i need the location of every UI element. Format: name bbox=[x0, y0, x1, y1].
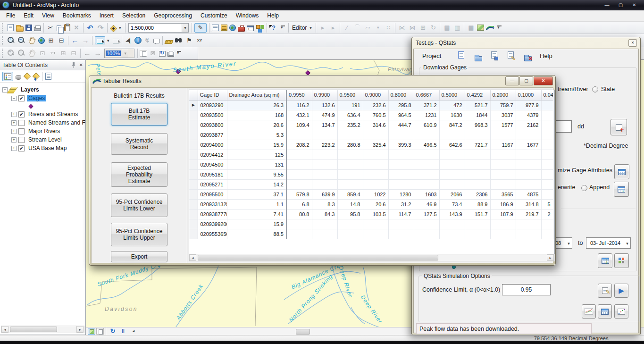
cell[interactable]: 0209553650 bbox=[198, 229, 227, 239]
cell[interactable] bbox=[312, 150, 337, 159]
cell[interactable] bbox=[439, 159, 465, 169]
save-icon[interactable] bbox=[25, 25, 32, 31]
toc-options-icon[interactable] bbox=[45, 73, 51, 80]
column-header[interactable]: 0.8000 bbox=[388, 90, 414, 100]
rotate-tool-icon[interactable] bbox=[429, 24, 437, 32]
frequency-plot-button[interactable] bbox=[582, 304, 596, 319]
row-selector[interactable] bbox=[189, 189, 198, 199]
cell[interactable] bbox=[516, 150, 541, 159]
full-extent-icon[interactable] bbox=[38, 37, 45, 44]
cell[interactable]: 636.4 bbox=[337, 110, 363, 120]
cell[interactable] bbox=[414, 229, 439, 239]
cell[interactable]: 88.5 bbox=[227, 229, 286, 239]
copy-icon[interactable] bbox=[57, 25, 61, 31]
cell[interactable] bbox=[337, 169, 363, 179]
cell[interactable]: 639.9 bbox=[312, 189, 337, 199]
cell[interactable]: 02094412 bbox=[198, 150, 227, 159]
edit-annotation-tool-icon[interactable] bbox=[329, 24, 337, 32]
cell[interactable]: 02095181 bbox=[198, 169, 227, 179]
toolbar-grip[interactable] bbox=[2, 49, 4, 58]
zoom-whole-page-icon[interactable] bbox=[38, 49, 47, 58]
attributes-window-icon[interactable] bbox=[443, 24, 451, 32]
row-selector[interactable] bbox=[189, 120, 198, 130]
cell[interactable]: 95.8 bbox=[337, 209, 363, 219]
table-row[interactable]: 02094412125 bbox=[189, 150, 553, 159]
cell[interactable] bbox=[541, 179, 553, 189]
cell[interactable] bbox=[541, 150, 553, 159]
cell[interactable]: 6.8 bbox=[286, 199, 312, 209]
cell[interactable] bbox=[439, 179, 465, 189]
cell[interactable]: 02094500 bbox=[198, 159, 227, 169]
dropdown-icon[interactable] bbox=[624, 240, 630, 246]
cell[interactable] bbox=[337, 159, 363, 169]
cell[interactable]: 610.9 bbox=[414, 120, 439, 130]
table-of-contents-window-icon[interactable] bbox=[212, 25, 219, 31]
cell[interactable] bbox=[312, 229, 337, 239]
cell[interactable] bbox=[541, 219, 553, 229]
cell[interactable]: 2 bbox=[541, 209, 553, 219]
menubar-item-insert[interactable]: Insert bbox=[95, 10, 118, 21]
expected-probability-button[interactable]: Expected Probability Estimate bbox=[111, 162, 167, 187]
layer-visibility-checkbox[interactable]: ✓ bbox=[18, 95, 25, 101]
layout-forward-icon[interactable] bbox=[93, 49, 102, 58]
cell[interactable] bbox=[439, 229, 465, 239]
column-header[interactable]: 0.9000 bbox=[363, 90, 388, 100]
expander-icon[interactable]: + bbox=[11, 146, 17, 151]
cell[interactable] bbox=[312, 130, 337, 140]
column-header[interactable]: 0.5000 bbox=[439, 90, 465, 100]
toc-close-icon[interactable]: ✕ bbox=[79, 62, 83, 67]
pause-drawing-icon[interactable] bbox=[119, 327, 127, 336]
cell[interactable]: 31.2 bbox=[388, 199, 414, 209]
cell[interactable] bbox=[541, 100, 553, 110]
menubar-item-customize[interactable]: Customize bbox=[196, 10, 232, 21]
zoom-in-icon[interactable]: + bbox=[7, 36, 16, 45]
dialog-minimize-button[interactable]: — bbox=[505, 76, 519, 85]
split-tool-icon[interactable] bbox=[418, 24, 427, 32]
trace-tool-icon[interactable] bbox=[363, 24, 372, 32]
layer-visibility-checkbox[interactable]: ✓ bbox=[18, 111, 25, 117]
column-header[interactable]: Drainage Area (sq mi) bbox=[227, 90, 286, 100]
cell[interactable]: 125 bbox=[227, 150, 286, 159]
create-features-window-icon[interactable] bbox=[477, 25, 484, 31]
toggle-draft-mode-icon[interactable] bbox=[140, 50, 147, 57]
cell[interactable] bbox=[363, 219, 388, 229]
cell[interactable] bbox=[286, 150, 312, 159]
cell[interactable] bbox=[363, 159, 388, 169]
dialog-close-button[interactable]: ✕ bbox=[534, 76, 553, 85]
cell[interactable] bbox=[465, 169, 490, 179]
cell[interactable]: 5.3 bbox=[227, 130, 286, 140]
cell[interactable]: 0209387778 bbox=[198, 209, 227, 219]
pin-icon[interactable] bbox=[71, 62, 76, 68]
bull-17b-estimate-button[interactable]: Bull.17B Estimate bbox=[111, 103, 167, 126]
open-project-icon[interactable] bbox=[475, 56, 482, 61]
layout-back-icon[interactable] bbox=[83, 49, 92, 58]
cell[interactable]: 2162 bbox=[516, 120, 541, 130]
cell[interactable]: 15.9 bbox=[227, 140, 286, 150]
cell[interactable]: 760.5 bbox=[363, 110, 388, 120]
data-view-button[interactable] bbox=[88, 328, 95, 335]
fixed-zoom-out-icon[interactable] bbox=[57, 36, 66, 45]
cell[interactable]: 114.7 bbox=[388, 209, 414, 219]
scrollbar-thumb[interactable] bbox=[198, 255, 438, 260]
row-selector[interactable] bbox=[189, 219, 198, 229]
cell[interactable] bbox=[286, 219, 312, 229]
layout-zoom-out-icon[interactable]: − bbox=[17, 49, 26, 58]
menubar-item-edit[interactable]: Edit bbox=[19, 10, 38, 21]
layer-label[interactable]: Gages bbox=[27, 95, 46, 101]
cell[interactable]: 4875 bbox=[516, 189, 541, 199]
edit-simulation-options-button[interactable] bbox=[598, 284, 612, 298]
layer-label[interactable]: Stream Level bbox=[27, 136, 63, 143]
cell[interactable] bbox=[312, 179, 337, 189]
confidence-upper-button[interactable]: 95-Pct Confidence Limits Upper bbox=[111, 223, 167, 246]
zoom-out-icon[interactable]: − bbox=[17, 36, 26, 45]
plot-gages-button[interactable] bbox=[614, 253, 629, 268]
row-selector[interactable] bbox=[189, 110, 198, 120]
row-selector[interactable] bbox=[189, 169, 198, 179]
cell[interactable] bbox=[465, 219, 490, 229]
expander-icon[interactable]: + bbox=[11, 112, 17, 117]
cell[interactable] bbox=[414, 130, 439, 140]
cell[interactable]: 02093290 bbox=[198, 100, 227, 110]
download-peak-flow-button[interactable]: ↓ bbox=[598, 253, 612, 268]
cell[interactable]: 371.2 bbox=[414, 100, 439, 110]
list-by-selection-icon[interactable] bbox=[33, 73, 40, 80]
